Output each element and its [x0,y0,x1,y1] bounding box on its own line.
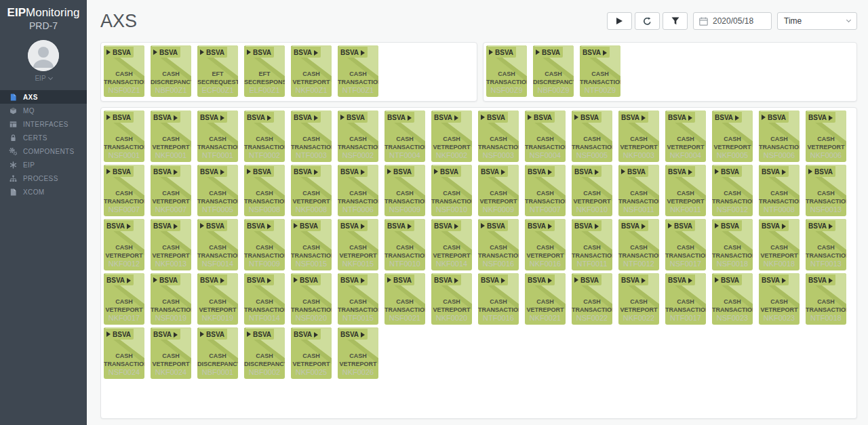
message-card[interactable]: BSVACASHTRANSACTIONNTF0014 [244,273,285,325]
message-card[interactable]: BSVACASHVETREPORTNKF0021 [525,273,566,325]
message-card[interactable]: BSVACASHTRANSACTIONNSF00Z1 [104,45,144,97]
sidebar-item-components[interactable]: COMPONENTS [0,144,87,158]
message-card[interactable]: BSVACASHTRANSACTIONNTF0012 [618,219,659,270]
message-card[interactable]: BSVACASHVETREPORTNKF0001 [151,110,191,162]
play-button[interactable] [607,12,632,30]
message-card[interactable]: BSVACASHVETREPORTNKF0016 [525,219,566,270]
message-card[interactable]: BSVACASHTRANSACTIONNTF0002 [244,110,285,162]
message-card[interactable]: BSVACASHTRANSACTIONNSF0006 [759,110,800,162]
message-card[interactable]: BSVACASHTRANSACTIONNSF0023 [712,273,753,325]
avatar[interactable] [28,40,59,71]
filter-button[interactable] [663,12,688,30]
sidebar-item-eip[interactable]: EIP [0,158,87,171]
message-card[interactable]: BSVACASHTRANSACTIONNTF0003 [291,110,332,162]
message-card[interactable]: BSVACASHTRANSACTIONNSF0016 [478,219,519,270]
sidebar-item-xcom[interactable]: XCOM [0,185,87,199]
message-card[interactable]: BSVACASHVETREPORTNKF0010 [572,165,612,216]
message-card[interactable]: BSVACASHTRANSACTIONNSF0012 [712,165,753,216]
refresh-button[interactable] [635,12,660,30]
message-card[interactable]: BSVACASHTRANSACTIONNSF0011 [618,165,659,216]
message-card[interactable]: BSVACASHVETREPORTNKF0015 [338,219,378,270]
message-card[interactable]: BSVACASHTRANSACTIONNTF0011 [572,219,612,270]
card-system-label: BSVA [440,168,458,176]
message-card[interactable]: BSVACASHVETREPORTNKF0023 [759,273,800,325]
message-card[interactable]: BSVACASHTRANSACTIONNTF0013 [806,219,846,270]
message-card[interactable]: BSVACASHVETREPORTNKF0006 [806,110,846,162]
message-card[interactable]: BSVAEFTSECRESPONSELF00Z1 [244,45,285,97]
sidebar-item-mq[interactable]: MQ [0,104,87,117]
message-card[interactable]: BSVACASHTRANSACTIONNSF0020 [291,273,332,325]
message-card[interactable]: BSVACASHVETREPORTNKF0004 [665,110,706,162]
card-code: NKF0006 [806,151,846,160]
message-card[interactable]: BSVACASHVETREPORTNKF0002 [431,110,472,162]
message-card[interactable]: BSVACASHTRANSACTIONNSF0014 [197,219,238,270]
message-card[interactable]: BSVACASHTRANSACTIONNSF0013 [806,165,846,216]
message-card[interactable]: BSVACASHTRANSACTIONNSF0021 [384,273,425,325]
message-card[interactable]: BSVACASHTRANSACTIONNTF0004 [384,110,425,162]
message-card[interactable]: BSVACASHTRANSACTIONNSF0018 [712,219,753,270]
message-card[interactable]: BSVACASHVETREPORTNKF0011 [665,165,706,216]
message-card[interactable]: BSVACASHTRANSACTIONNTF0001 [197,110,238,162]
card-header: BSVA [291,112,321,123]
message-card[interactable]: BSVACASHTRANSACTIONNSF0015 [291,219,332,270]
message-card[interactable]: BSVACASHVETREPORTNKF0005 [712,110,753,162]
message-card[interactable]: BSVACASHTRANSACTIONNTF0008 [759,165,800,216]
message-card[interactable]: BSVACASHVETREPORTNKF0014 [431,219,472,270]
message-card[interactable]: BSVACASHTRANSACTIONNTF0017 [665,273,706,325]
message-card[interactable]: BSVACASHTRANSACTIONNSF0003 [478,110,519,162]
user-menu[interactable]: EIP [0,75,87,82]
message-card[interactable]: BSVACASHTRANSACTIONNSF0022 [572,273,612,325]
sidebar-item-interfaces[interactable]: INTERFACES [0,117,87,131]
message-card[interactable]: BSVACASHTRANSACTIONNSF0019 [151,273,191,325]
message-card[interactable]: BSVACASHTRANSACTIONNSF0001 [104,110,144,162]
message-card[interactable]: BSVACASHTRANSACTIONNTF0007 [525,165,566,216]
sidebar-item-certs[interactable]: CERTS [0,131,87,144]
message-card[interactable]: BSVACASHTRANSACTIONNTF0006 [338,165,378,216]
message-card[interactable]: BSVACASHDISCREPANCYNBF00Z9 [533,45,574,97]
message-card[interactable]: BSVACASHVETREPORTNKF0020 [431,273,472,325]
message-card[interactable]: BSVACASHVETREPORTNKF0009 [478,165,519,216]
message-card[interactable]: BSVACASHTRANSACTIONNTF00Z9 [580,45,620,97]
message-card[interactable]: BSVACASHVETREPORTNKF0007 [151,165,191,216]
message-card[interactable]: BSVACASHVETREPORTNKF00Z1 [291,45,332,97]
message-card[interactable]: BSVACASHVETREPORTNKF0012 [104,219,144,270]
message-card[interactable]: BSVACASHVETREPORTNKF0024 [151,327,191,379]
message-card[interactable]: BSVACASHVETREPORTNKF0013 [151,219,191,270]
message-card[interactable]: BSVACASHVETREPORTNKF0026 [338,327,378,379]
message-card[interactable]: BSVACASHVETREPORTNKF0025 [291,327,332,379]
card-body: CASHVETREPORTNKF0024 [151,352,191,377]
message-card[interactable]: BSVACASHTRANSACTIONNSF0024 [104,327,144,379]
message-card[interactable]: BSVACASHTRANSACTIONNTF0010 [384,219,425,270]
message-card[interactable]: BSVACASHDISCREPANCYNBF0001 [197,327,238,379]
message-card[interactable]: BSVACASHTRANSACTIONNTF0018 [806,273,846,325]
message-card[interactable]: BSVACASHTRANSACTIONNSF0007 [104,165,144,216]
message-card[interactable]: BSVACASHTRANSACTIONNTF0015 [338,273,378,325]
time-select[interactable]: Time [777,12,857,30]
message-card[interactable]: BSVACASHTRANSACTIONNSF00Z9 [486,45,527,97]
message-card[interactable]: BSVACASHVETREPORTNKF0017 [104,273,144,325]
message-card[interactable]: BSVACASHTRANSACTIONNTF0009 [244,219,285,270]
message-card[interactable]: BSVACASHTRANSACTIONNSF0008 [244,165,285,216]
message-card[interactable]: BSVACASHDISCREPANCYNBF00Z1 [151,45,191,97]
date-picker[interactable]: 2020/05/18 [693,12,772,30]
message-card[interactable]: BSVAEFTSECREQUESTECF00Z1 [197,45,238,97]
message-card[interactable]: BSVACASHTRANSACTIONNSF0009 [384,165,425,216]
message-card[interactable]: BSVACASHVETREPORTNKF0022 [618,273,659,325]
message-card[interactable]: BSVACASHDISCREPANCYNBF0002 [244,327,285,379]
sidebar-item-process[interactable]: PROCESS [0,171,87,185]
message-card[interactable]: BSVACASHTRANSACTIONNSF0005 [572,110,612,162]
card-code: NKF0022 [618,314,659,323]
message-card[interactable]: BSVACASHTRANSACTIONNSF0002 [338,110,378,162]
sidebar-item-axs[interactable]: AXS [0,90,87,104]
card-type-line2: TRANSACTION [197,251,238,260]
message-card[interactable]: BSVACASHTRANSACTIONNTF0005 [197,165,238,216]
message-card[interactable]: BSVACASHTRANSACTIONNSF0010 [431,165,472,216]
message-card[interactable]: BSVACASHVETREPORTNKF0003 [618,110,659,162]
message-card[interactable]: BSVACASHTRANSACTIONNSF0017 [665,219,706,270]
message-card[interactable]: BSVACASHTRANSACTIONNTF0016 [478,273,519,325]
message-card[interactable]: BSVACASHTRANSACTIONNTF00Z1 [338,45,378,97]
message-card[interactable]: BSVACASHVETREPORTNKF0008 [291,165,332,216]
message-card[interactable]: BSVACASHVETREPORTNKF0019 [197,273,238,325]
message-card[interactable]: BSVACASHTRANSACTIONNSF0004 [525,110,566,162]
message-card[interactable]: BSVACASHVETREPORTNKF0018 [759,219,800,270]
